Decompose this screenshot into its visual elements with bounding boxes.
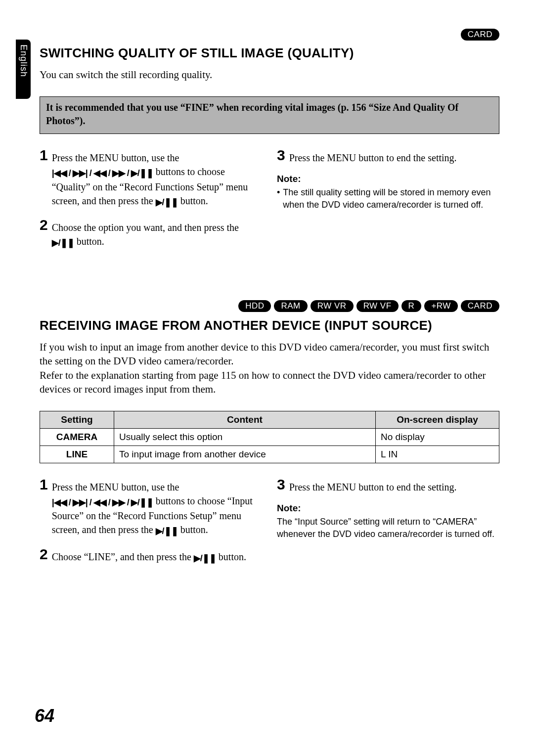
section1-step2: 2 Choose the option you want, and then p… (40, 218, 262, 249)
step-number: 3 (277, 148, 285, 163)
step-text: Choose “LINE”, and then press the ▶/❚❚ b… (52, 547, 246, 565)
step2a-text: Choose “LINE”, and then press the (52, 551, 194, 562)
step-text: Press the MENU button, use the |◀◀ / ▶▶|… (52, 148, 262, 208)
section1-badge-row: CARD (40, 29, 499, 41)
step2b-text: button. (216, 551, 246, 562)
section2-left-col: 1 Press the MENU button, use the |◀◀ / ▶… (40, 477, 262, 574)
section2-step3: 3 Press the MENU button to end the setti… (277, 477, 499, 494)
cell-setting: CAMERA (40, 429, 114, 446)
nav-buttons-icon: |◀◀ / ▶▶| / ◀◀ / ▶▶ / ▶/❚❚ (52, 167, 153, 179)
section2-note: Note: The “Input Source” setting will re… (277, 503, 499, 540)
badge-r: R (401, 300, 422, 312)
section1-columns: 1 Press the MENU button, use the |◀◀ / ▶… (40, 148, 499, 258)
table-row: LINE To input image from another device … (40, 446, 499, 463)
cell-display: L IN (376, 446, 499, 463)
step1a-text: Press the MENU button, use the (52, 482, 179, 492)
step-text: Press the MENU button, use the |◀◀ / ▶▶|… (52, 477, 262, 537)
note-label: Note: (277, 174, 499, 184)
section1-left-col: 1 Press the MENU button, use the |◀◀ / ▶… (40, 148, 262, 258)
step-text: Press the MENU button to end the setting… (289, 477, 457, 494)
section1-title: SWITCHING QUALITY OF STILL IMAGE (QUALIT… (40, 45, 499, 61)
play-pause-icon: ▶/❚❚ (156, 525, 178, 537)
cell-content: To input image from another device (114, 446, 376, 463)
step1a-text: Press the MENU button, use the (52, 152, 179, 163)
th-content: Content (114, 411, 376, 429)
step-number: 2 (40, 218, 48, 232)
section1-step1: 1 Press the MENU button, use the |◀◀ / ▶… (40, 148, 262, 208)
section2-badge-row: HDD RAM RW VR RW VF R +RW CARD (40, 300, 499, 312)
section1-note: Note: • The still quality setting will b… (277, 174, 499, 211)
section1-intro: You can switch the still recording quali… (40, 68, 499, 82)
section1-right-col: 3 Press the MENU button to end the setti… (277, 148, 499, 258)
step-text: Press the MENU button to end the setting… (289, 148, 457, 165)
cell-setting: LINE (40, 446, 114, 463)
badge-card: CARD (461, 29, 499, 41)
note-body: • The still quality setting will be stor… (277, 186, 499, 211)
step2b-text: button. (74, 236, 104, 247)
step1c-text: button. (178, 524, 208, 535)
cell-display: No display (376, 429, 499, 446)
note-text: The “Input Source” setting will return t… (277, 516, 499, 540)
section2-title: RECEIVING IMAGE FROM ANOTHER DEVICE (INP… (40, 318, 499, 333)
step-number: 2 (40, 547, 48, 562)
badge-hdd: HDD (238, 300, 271, 312)
note-label: Note: (277, 503, 499, 514)
nav-buttons-icon: |◀◀ / ▶▶| / ◀◀ / ▶▶ / ▶/❚❚ (52, 496, 153, 509)
section2-step2: 2 Choose “LINE”, and then press the ▶/❚❚… (40, 547, 262, 565)
page-number: 64 (35, 706, 54, 726)
step1c-text: button. (178, 195, 208, 206)
badge-card: CARD (461, 300, 499, 312)
settings-table: Setting Content On-screen display CAMERA… (40, 411, 499, 463)
play-pause-icon: ▶/❚❚ (156, 196, 178, 209)
table-row: CAMERA Usually select this option No dis… (40, 429, 499, 446)
step-text: Choose the option you want, and then pre… (52, 218, 262, 249)
note-body: The “Input Source” setting will return t… (277, 516, 499, 540)
page-content: CARD SWITCHING QUALITY OF STILL IMAGE (Q… (0, 0, 534, 574)
section2-columns: 1 Press the MENU button, use the |◀◀ / ▶… (40, 477, 499, 574)
section2-intro: If you wish to input an image from anoth… (40, 340, 499, 396)
table-header-row: Setting Content On-screen display (40, 411, 499, 429)
language-tab: English (16, 40, 31, 99)
badge-plus-rw: +RW (424, 300, 457, 312)
cell-content: Usually select this option (114, 429, 376, 446)
play-pause-icon: ▶/❚❚ (194, 552, 216, 565)
play-pause-icon: ▶/❚❚ (52, 237, 74, 249)
step-number: 1 (40, 477, 48, 492)
note-text: The still quality setting will be stored… (283, 186, 499, 211)
section1-step3: 3 Press the MENU button to end the setti… (277, 148, 499, 165)
step-number: 1 (40, 148, 48, 163)
language-label: English (18, 44, 29, 77)
step-number: 3 (277, 477, 285, 492)
section2-step1: 1 Press the MENU button, use the |◀◀ / ▶… (40, 477, 262, 537)
section1-recommend-box: It is recommended that you use “FINE” wh… (40, 96, 499, 134)
badge-rwvr: RW VR (311, 300, 354, 312)
th-setting: Setting (40, 411, 114, 429)
section2-right-col: 3 Press the MENU button to end the setti… (277, 477, 499, 574)
th-display: On-screen display (376, 411, 499, 429)
step2a-text: Choose the option you want, and then pre… (52, 222, 239, 233)
badge-ram: RAM (274, 300, 307, 312)
badge-rwvf: RW VF (356, 300, 399, 312)
bullet-icon: • (277, 186, 280, 211)
